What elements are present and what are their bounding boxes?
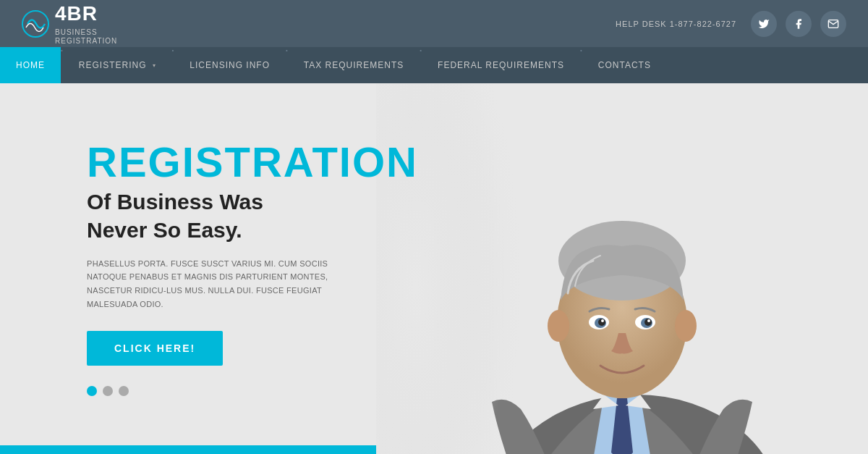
logo-icon	[22, 10, 49, 38]
main-nav: HOME • REGISTERING ▾ • LICENSING INFO • …	[0, 47, 868, 83]
top-bar: 4BR BUSINESS REGISTRATION HELP DESK 1-87…	[0, 0, 868, 47]
facebook-button[interactable]	[786, 11, 812, 37]
svg-point-14	[647, 319, 650, 322]
svg-point-13	[601, 319, 604, 322]
email-button[interactable]	[820, 11, 846, 37]
nav-federal[interactable]: FEDERAL REQUIREMENTS	[422, 47, 580, 83]
twitter-button[interactable]	[751, 11, 777, 37]
hero-body-text: PHASELLUS PORTA. FUSCE SUSCT VARIUS MI. …	[87, 257, 347, 311]
logo-subtitle: BUSINESS REGISTRATION	[55, 28, 117, 46]
slider-dots	[87, 386, 405, 396]
nav-contacts[interactable]: CONTACTS	[582, 47, 667, 83]
nav-licensing[interactable]: LICENSING INFO	[174, 47, 286, 83]
dropdown-arrow: ▾	[153, 62, 156, 69]
hero-section: REGISTRATION Of Business Was Never So Ea…	[0, 83, 868, 454]
nav-tax[interactable]: TAX REQUIREMENTS	[288, 47, 420, 83]
svg-point-15	[548, 310, 569, 342]
cta-button[interactable]: CLICK HERE!	[87, 331, 223, 366]
slide-dot-2[interactable]	[103, 386, 113, 396]
hero-title-blue: REGISTRATION	[87, 141, 405, 183]
hero-person-image	[376, 83, 868, 454]
logo[interactable]: 4BR BUSINESS REGISTRATION	[22, 2, 117, 46]
slide-dot-1[interactable]	[87, 386, 97, 396]
helpdesk-text: HELP DESK 1-877-822-6727	[616, 20, 736, 28]
svg-point-16	[675, 310, 697, 342]
nav-home[interactable]: HOME	[0, 47, 61, 83]
logo-brand: 4BR	[55, 2, 117, 25]
slide-dot-3[interactable]	[119, 386, 129, 396]
hero-title-black: Of Business Was Never So Easy.	[87, 188, 405, 244]
hero-content: REGISTRATION Of Business Was Never So Ea…	[0, 141, 405, 397]
nav-registering[interactable]: REGISTERING ▾	[63, 47, 172, 83]
top-right-area: HELP DESK 1-877-822-6727	[616, 11, 846, 37]
